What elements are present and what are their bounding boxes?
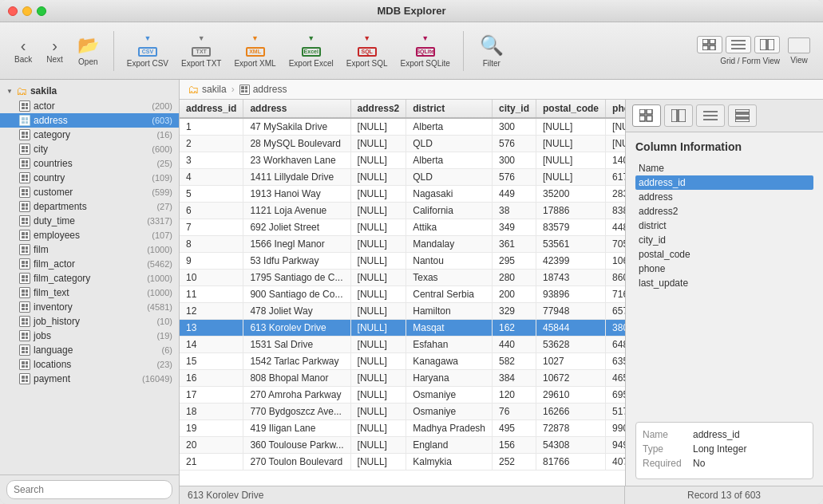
table-row[interactable]: 323 Workhaven Lane[NULL]Alberta300[NULL]… [180,152,625,169]
panel-tab-detail[interactable] [728,104,757,127]
table-cell: [NULL] [350,387,406,404]
sidebar-root-sakila[interactable]: ▼ 🗂 sakila [0,83,179,99]
table-cell: Alberta [406,118,493,136]
filter-button[interactable]: 🔍 Filter [472,31,512,71]
split-view-button[interactable] [754,36,780,53]
table-row[interactable]: 101795 Santiago de C...[NULL]Texas280187… [180,270,625,286]
table-body: 147 MySakila Drive[NULL]Alberta300[NULL]… [180,118,625,471]
table-row[interactable]: 41411 Lillydale Drive[NULL]QLD576[NULL]6… [180,169,625,186]
table-row[interactable]: 20360 Toulouse Parkw...[NULL]England1565… [180,437,625,454]
column-info-list: Name address_id address address2 distric… [626,158,823,415]
col-info-postal-code[interactable]: postal_code [635,247,813,262]
sidebar-item-city[interactable]: city (600) [0,142,179,156]
table-cell: 28 MySQL Boulevard [243,136,350,152]
minimize-button[interactable] [22,6,32,16]
table-row[interactable]: 147 MySakila Drive[NULL]Alberta300[NULL]… [180,118,625,136]
back-button[interactable]: ‹ Back [8,34,38,67]
table-cell: 38 [493,203,536,219]
table-row[interactable]: 51913 Hanoi Way[NULL]Nagasaki44935200283… [180,186,625,203]
table-cell: 6 [180,203,243,219]
export-sql-button[interactable]: ▼ SQL Export SQL [342,31,393,71]
panel-tab-list[interactable] [696,104,725,127]
sidebar-item-departments[interactable]: departments (27) [0,199,179,214]
export-excel-label: Export Excel [289,59,334,68]
table-row[interactable]: 16808 Bhopal Manor[NULL]Haryana384106724… [180,370,625,387]
table-row[interactable]: 12478 Joliet Way[NULL]Hamilton3297794865… [180,303,625,320]
table-cell: [NULL] [350,303,406,320]
col-info-address[interactable]: address [635,190,813,204]
table-cell: 4 [180,169,243,186]
table-cell: Attika [406,219,493,236]
sidebar-item-film-category[interactable]: film_category (1000) [0,271,179,285]
table-cell: 53561 [536,236,606,253]
sidebar-item-locations[interactable]: locations (23) [0,357,179,372]
table-row[interactable]: 151542 Tarlac Parkway[NULL]Kanagawa58210… [180,353,625,370]
sidebar-item-duty-time[interactable]: duty_time (3317) [0,214,179,228]
search-input[interactable] [6,480,172,499]
table-right-row: address_id address address2 district cit… [180,100,823,486]
col-info-city-id[interactable]: city_id [635,233,813,247]
sidebar-item-country[interactable]: country (109) [0,171,179,185]
back-arrow-icon: ‹ [21,37,26,53]
table-cell: 47 MySakila Drive [243,118,350,136]
sidebar-item-jobs[interactable]: jobs (19) [0,329,179,343]
maximize-button[interactable] [37,6,46,16]
table-row[interactable]: 11900 Santiago de Co...[NULL]Central Ser… [180,286,625,303]
next-button[interactable]: › Next [40,34,69,67]
table-cell: 1542 Tarlac Parkway [243,353,350,370]
breadcrumb-db-name: sakila [202,84,227,95]
sidebar-item-job-history[interactable]: job_history (10) [0,314,179,329]
table-cell: Masqat [406,320,493,337]
sidebar-item-actor[interactable]: actor (200) [0,99,179,113]
table-cell: [NULL] [350,420,406,437]
open-button[interactable]: 📂 Open [71,32,105,69]
table-row[interactable]: 13613 Korolev Drive[NULL]Masqat162458443… [180,320,625,337]
table-row[interactable]: 81566 Inegl Manor[NULL]Mandalay361535617… [180,236,625,253]
table-row[interactable]: 953 Idfu Parkway[NULL]Nantou295423991065… [180,253,625,270]
sidebar-item-language[interactable]: language (6) [0,343,179,357]
table-row[interactable]: 61121 Loja Avenue[NULL]California3817886… [180,203,625,219]
sidebar-item-film[interactable]: film (1000) [0,242,179,257]
col-info-address2[interactable]: address2 [635,204,813,219]
sidebar-item-employees[interactable]: employees (107) [0,228,179,242]
panel-tab-grid[interactable] [632,104,661,127]
col-info-address-id[interactable]: address_id [635,175,813,190]
breadcrumb-table-icon [239,85,250,95]
view-button[interactable]: View [783,34,815,68]
sidebar-item-payment[interactable]: payment (16049) [0,372,179,386]
sidebar-item-film-text[interactable]: film_text (1000) [0,285,179,300]
col-info-last-update[interactable]: last_update [635,276,813,290]
col-info-district[interactable]: district [635,219,813,233]
close-button[interactable] [8,6,18,16]
col-info-name[interactable]: Name [635,161,813,175]
col-address-id: address_id [180,100,243,118]
table-row[interactable]: 17270 Amroha Parkway[NULL]Osmaniye120296… [180,387,625,404]
export-txt-button[interactable]: ▼ TXT Export TXT [176,31,226,71]
sidebar-item-category[interactable]: category (16) [0,128,179,142]
table-row[interactable]: 141531 Sal Drive[NULL]Esfahan44053628648… [180,337,625,353]
sidebar-item-countries[interactable]: countries (25) [0,156,179,171]
table-row[interactable]: 19419 Iligan Lane[NULL]Madhya Pradesh495… [180,420,625,437]
col-info-phone[interactable]: phone [635,262,813,276]
sidebar-item-inventory[interactable]: inventory (4581) [0,300,179,314]
sidebar-item-address[interactable]: address (603) [0,113,179,128]
export-csv-button[interactable]: ▼ CSV Export CSV [122,31,173,71]
export-sqlite-button[interactable]: ▼ SQLite Export SQLite [396,31,455,71]
export-xml-button[interactable]: ▼ XML Export XML [229,31,280,71]
detail-name-label: Name [643,429,686,440]
sidebar-item-customer[interactable]: customer (599) [0,185,179,199]
sidebar-item-film-actor[interactable]: film_actor (5462) [0,257,179,271]
panel-tab-split[interactable] [664,104,693,127]
table-row[interactable]: 7692 Joliet Street[NULL]Attika3498357944… [180,219,625,236]
root-label: sakila [30,85,57,96]
list-view-button[interactable] [726,36,751,53]
sidebar-search-area [0,474,179,504]
grid-view-button[interactable] [697,36,722,53]
table-row[interactable]: 228 MySQL Boulevard[NULL]QLD576[NULL][NU… [180,136,625,152]
data-table-wrapper[interactable]: address_id address address2 district cit… [180,100,625,486]
table-cell: [NULL] [536,152,606,169]
svg-rect-3 [710,45,715,50]
table-row[interactable]: 18770 Bydgoszcz Ave...[NULL]Osmaniye7616… [180,404,625,420]
table-row[interactable]: 21270 Toulon Boulevard[NULL]Kalmykia2528… [180,454,625,471]
export-excel-button[interactable]: ▼ Excel Export Excel [284,31,338,71]
